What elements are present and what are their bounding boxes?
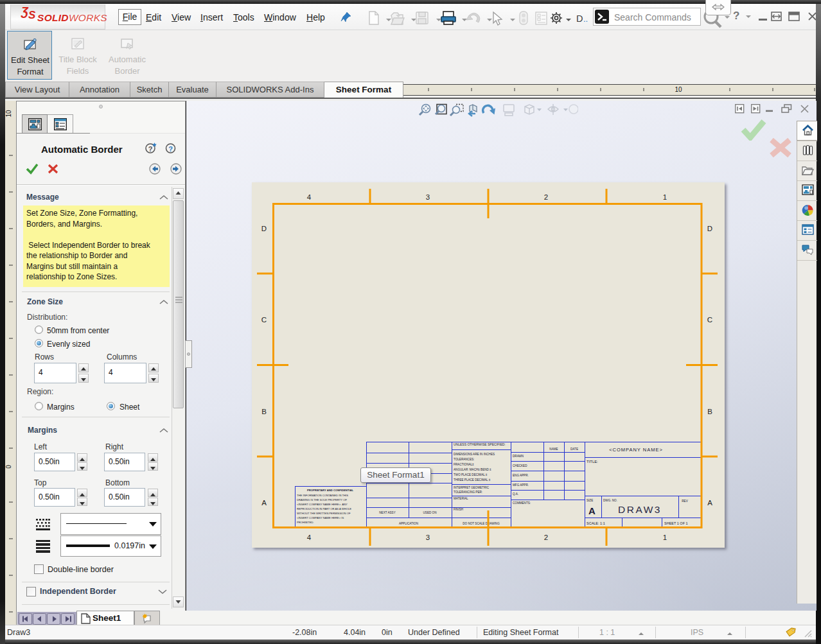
svg-text:DRAW3: DRAW3 [618, 504, 662, 515]
svg-text:..: .. [583, 14, 588, 24]
svg-text:TITLE:: TITLE: [587, 460, 598, 464]
svg-text:0: 0 [5, 465, 12, 469]
svg-text:C: C [261, 316, 267, 324]
svg-text:ENG APPR.: ENG APPR. [513, 474, 529, 477]
svg-text:C: C [707, 316, 712, 324]
svg-text:USED ON: USED ON [423, 511, 437, 514]
svg-text:?: ? [148, 145, 153, 153]
svg-text:UNLESS OTHERWISE SPECIFIED:: UNLESS OTHERWISE SPECIFIED: [454, 442, 506, 446]
svg-text:REPRODUCTION IN PART OR AS A W: REPRODUCTION IN PART OR AS A WHOLE [297, 507, 351, 510]
svg-text:DATE: DATE [570, 448, 578, 451]
svg-text:NEXT ASSY: NEXT ASSY [379, 511, 395, 514]
svg-text:WITHOUT THE WRITTEN PERMISSION: WITHOUT THE WRITTEN PERMISSION OF [297, 512, 351, 515]
svg-text:?: ? [168, 145, 173, 153]
svg-text:10: 10 [5, 110, 12, 117]
svg-text:TWO PLACE DECIMAL ±: TWO PLACE DECIMAL ± [454, 473, 488, 476]
svg-text:2: 2 [544, 193, 548, 201]
svg-text:TOLERANCES:: TOLERANCES: [454, 458, 474, 461]
svg-text:FRACTIONAL±: FRACTIONAL± [454, 463, 474, 466]
svg-text:2: 2 [544, 534, 548, 541]
svg-text:<COMPANY NAME>: <COMPANY NAME> [609, 447, 663, 453]
svg-text:ANGULAR: MACH± BEND ±: ANGULAR: MACH± BEND ± [454, 468, 491, 471]
svg-text:B: B [707, 408, 712, 415]
svg-text:D: D [576, 13, 583, 24]
svg-text:NAME: NAME [549, 448, 558, 451]
svg-text:4: 4 [307, 534, 312, 541]
svg-text:A: A [707, 499, 712, 507]
svg-text:DIMENSIONS ARE IN INCHES: DIMENSIONS ARE IN INCHES [454, 453, 495, 456]
svg-text:CHECKED: CHECKED [513, 464, 527, 467]
svg-text:Q.A.: Q.A. [513, 492, 518, 496]
svg-text:D: D [707, 225, 712, 232]
svg-text:DRAWN: DRAWN [513, 455, 524, 458]
svg-text:THE INFORMATION CONTAINED IN T: THE INFORMATION CONTAINED IN THIS [297, 494, 348, 497]
svg-text:MFG APPR.: MFG APPR. [513, 483, 529, 487]
svg-text:MATERIAL: MATERIAL [454, 497, 468, 500]
svg-text:THREE PLACE DECIMAL ±: THREE PLACE DECIMAL ± [454, 478, 491, 482]
svg-text:10: 10 [675, 86, 682, 93]
svg-text:<INSERT COMPANY NAME HERE>. AN: <INSERT COMPANY NAME HERE>. ANY [297, 503, 348, 506]
svg-text:DRAWING IS THE SOLE PROPERTY O: DRAWING IS THE SOLE PROPERTY OF [297, 498, 347, 501]
svg-text:DWG. NO.: DWG. NO. [603, 499, 617, 502]
svg-text:SIZE: SIZE [587, 499, 593, 502]
svg-text:D: D [261, 225, 267, 232]
svg-text:FINISH: FINISH [454, 508, 463, 511]
svg-text:A: A [261, 499, 267, 507]
svg-text:PROHIBITED.: PROHIBITED. [297, 521, 314, 524]
svg-text:PROPRIETARY AND CONFIDENTIAL: PROPRIETARY AND CONFIDENTIAL [307, 489, 354, 492]
svg-text:3: 3 [426, 193, 430, 201]
svg-text:COMMENTS:: COMMENTS: [513, 501, 531, 505]
svg-text:4: 4 [307, 193, 312, 201]
svg-text:REV: REV [682, 500, 688, 503]
svg-text:DO NOT SCALE DRAWING: DO NOT SCALE DRAWING [463, 522, 500, 525]
svg-text:1: 1 [663, 193, 667, 201]
svg-text:APPLICATION: APPLICATION [399, 522, 418, 525]
svg-text:3: 3 [426, 534, 430, 541]
svg-text:INTERPRET GEOMETRIC: INTERPRET GEOMETRIC [454, 486, 490, 489]
svg-text:A: A [588, 505, 596, 516]
svg-text:TOLERANCING PER:: TOLERANCING PER: [454, 491, 482, 494]
svg-text:SHEET 1 OF 1: SHEET 1 OF 1 [664, 521, 688, 525]
svg-text:B: B [261, 408, 267, 415]
svg-text:<INSERT COMPANY NAME HERE> IS: <INSERT COMPANY NAME HERE> IS [297, 516, 344, 519]
svg-text:SCALE: 1:1: SCALE: 1:1 [587, 521, 605, 525]
svg-text:1: 1 [663, 534, 667, 541]
